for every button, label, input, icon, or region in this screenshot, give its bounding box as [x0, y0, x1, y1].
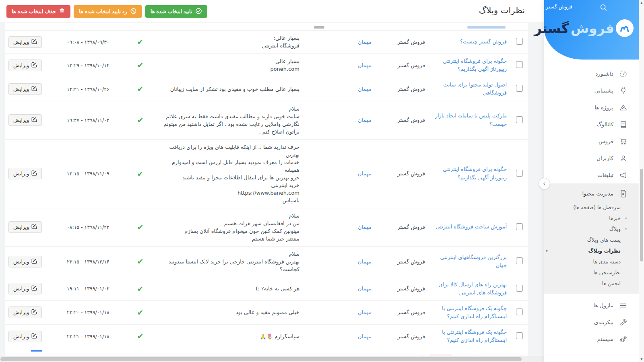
scroll-up-arrow-icon[interactable]: ▲	[639, 1, 644, 4]
search-icon[interactable]	[599, 3, 608, 13]
edit-button[interactable]: ویرایش	[8, 283, 42, 294]
post-title-link[interactable]: چگونه یک فروشگاه اینترنتی با اینستاگرام …	[442, 329, 507, 343]
sidebar-item-system[interactable]: سیستم	[544, 331, 639, 348]
sidebar-item-blog-child[interactable]: ▸ پست های وبلاگ	[544, 234, 639, 245]
author-link[interactable]: مهمان	[358, 62, 372, 68]
author-link[interactable]: مهمان	[358, 286, 372, 292]
pencil-square-icon	[31, 62, 37, 69]
edit-button[interactable]: ویرایش	[8, 306, 42, 318]
sidebar-item-blog-child[interactable]: ▸ انجمن ها	[544, 278, 639, 289]
row-checkbox[interactable]	[516, 309, 523, 315]
author-link[interactable]: مهمان	[358, 224, 372, 230]
author-link[interactable]: مهمان	[358, 259, 372, 265]
scroll-down-arrow-icon[interactable]: ▼	[639, 358, 644, 361]
comment-datetime: ۱۴:۲۱ - ۱۳۹۸/۱۰/۲۶	[67, 86, 109, 92]
sidebar-item-config[interactable]: پیکربندی	[544, 314, 639, 331]
page-header: نظرات وبلاگ تایید انتخاب شده ها رد تایید…	[0, 0, 544, 23]
pencil-square-icon	[31, 258, 37, 265]
edit-button[interactable]: ویرایش	[8, 168, 42, 179]
edit-button[interactable]: ویرایش	[8, 36, 42, 48]
edit-button[interactable]: ویرایش	[8, 221, 42, 233]
edit-button[interactable]: ویرایش	[8, 83, 42, 95]
sidebar-item-content-management[interactable]: مدیریت محتوا	[544, 185, 639, 202]
author-link[interactable]: مهمان	[358, 309, 372, 315]
post-title-link[interactable]: بزرگترین فروشگاههای اینترنتی جهان	[440, 254, 507, 268]
post-title-link[interactable]: اصول تولید محتوا برای سایت فروشگاهی	[443, 82, 507, 96]
vertical-scrollbar-thumb[interactable]	[640, 169, 643, 261]
sidebar-item-sales[interactable]: فروش	[544, 133, 639, 150]
edit-button[interactable]: ویرایش	[8, 114, 42, 126]
post-title-link[interactable]: چگونه برای فروشگاه اینترنتی ریپورتاژ آگه…	[443, 58, 507, 72]
approved-check-icon: ✔	[137, 61, 144, 70]
row-checkbox[interactable]	[516, 223, 523, 230]
site-name: فروش گستر	[397, 309, 425, 315]
row-checkbox[interactable]	[516, 257, 523, 264]
row-checkbox[interactable]	[516, 85, 523, 92]
horizontal-scrollbar[interactable]	[0, 356, 544, 362]
comment-datetime: ۱۹:۱۱ - ۱۳۹۹/۰۱/۰۲	[67, 286, 109, 292]
sidebar-item-pages[interactable]: سرفصل ها (صفحه ها)	[544, 202, 639, 213]
modules-lines-icon	[618, 301, 628, 310]
clipped-row	[5, 23, 528, 31]
author-link[interactable]: مهمان	[358, 171, 372, 177]
site-name: فروش گستر	[397, 117, 425, 123]
comment-datetime: ۲۲:۲۰ - ۱۳۹۹/۰۱/۱۸	[67, 309, 109, 315]
sidebar-collapse-button[interactable]: ›	[539, 178, 550, 189]
site-name: فروش گستر	[397, 39, 425, 45]
sidebar-item-support[interactable]: پشتیبانی	[544, 82, 639, 99]
author-link[interactable]: مهمان	[358, 86, 372, 92]
row-checkbox[interactable]	[516, 170, 523, 177]
post-title-link[interactable]: فروش گستر چیست؟	[460, 39, 507, 45]
row-checkbox[interactable]	[516, 61, 523, 68]
comments-table: فروش گستر چیست؟ فروش گستر مهمان بسیار عا…	[5, 31, 528, 348]
site-name: فروش گستر	[397, 333, 425, 339]
author-link[interactable]: مهمان	[358, 333, 372, 339]
check-circle-icon	[195, 8, 202, 16]
site-name: فروش گستر	[397, 171, 425, 177]
ads-megaphone-icon	[618, 171, 628, 179]
sidebar-item-blog-child[interactable]: ▸ دسته بندی ها	[544, 256, 639, 267]
post-title-link[interactable]: مارکت پلیس یا سامانه ایجاد بازار چیست؟	[435, 113, 507, 127]
sidebar-item-modules[interactable]: ماژول ها	[544, 297, 639, 314]
sidebar-item-users[interactable]: کاربران	[544, 150, 639, 167]
active-item-marker: ▸	[546, 248, 548, 253]
row-checkbox[interactable]	[516, 285, 523, 292]
sidebar-content-management-group: مدیریت محتوا سرفصل ها (صفحه ها) ◃ خبرها …	[544, 183, 639, 294]
sidebar-item-blog[interactable]: ▿ وبلاگ	[544, 224, 639, 234]
row-checkbox[interactable]	[516, 116, 523, 123]
sidebar-item-blog-child[interactable]: ▸ نظرسنجی ها	[544, 267, 639, 278]
chevron-right-icon: ›	[543, 180, 546, 187]
comment-text: سلام من در افغانستان شهر هرات هستم مینون…	[155, 208, 328, 246]
row-checkbox[interactable]	[516, 332, 523, 339]
vertical-scrollbar[interactable]: ▲ ▼	[639, 0, 644, 362]
sidebar-item-blog-child[interactable]: ▸ نظرات وبلاگ	[544, 245, 639, 256]
dashboard-gauge-icon	[618, 70, 628, 78]
row-checkbox[interactable]	[516, 38, 523, 45]
edit-button[interactable]: ویرایش	[8, 60, 42, 71]
author-link[interactable]: مهمان	[358, 39, 372, 45]
sidebar-item-catalog[interactable]: کاتالوگ	[544, 116, 639, 133]
delete-selected-button[interactable]: حذف انتخاب شده ها	[6, 5, 70, 18]
post-title-link[interactable]: چگونه یک فروشگاه اینترنتی با اینستاگرام …	[442, 305, 507, 319]
approved-check-icon: ✔	[137, 84, 144, 93]
sidebar-item-news[interactable]: ◃ خبرها	[544, 213, 639, 224]
main-content: نظرات وبلاگ تایید انتخاب شده ها رد تایید…	[0, 0, 544, 362]
post-title-link[interactable]: بهترین راه های ارسال کالا برای فروشگاه ه…	[439, 282, 507, 296]
sidebar-item-projects[interactable]: پروژه ها	[544, 99, 639, 116]
post-title-link[interactable]: چگونه برای فروشگاه اینترنتی ریپورتاژ آگه…	[443, 166, 507, 180]
author-link[interactable]: مهمان	[358, 117, 372, 123]
sidebar-menu: داشبورد پشتیبانی پروژه ها کاتالوگ	[544, 60, 639, 348]
sidebar-blog-submenu: ▸ پست های وبلاگ ▸ نظرات وبلاگ ▸ دسته بند…	[544, 234, 639, 289]
comment-text: بسیار عالی poneh.com	[155, 53, 328, 77]
comment-row: چگونه یک فروشگاه اینترنتی با اینستاگرام …	[5, 325, 528, 348]
sidebar-item-dashboard[interactable]: داشبورد	[544, 65, 639, 82]
horizontal-scrollbar-thumb[interactable]	[0, 357, 522, 361]
post-title-link[interactable]: آموزش ساخت فروشگاه اینترنتی	[436, 224, 507, 230]
comments-table-card: فروش گستر چیست؟ فروش گستر مهمان بسیار عا…	[5, 23, 528, 362]
content-file-icon	[618, 189, 628, 198]
reject-selected-button[interactable]: رد تایید انتخاب شده ها	[74, 5, 142, 18]
approve-selected-button[interactable]: تایید انتخاب شده ها	[145, 5, 207, 18]
edit-button[interactable]: ویرایش	[8, 256, 42, 267]
sidebar-item-ads[interactable]: تبلیغات	[544, 167, 639, 183]
edit-button[interactable]: ویرایش	[8, 331, 42, 342]
